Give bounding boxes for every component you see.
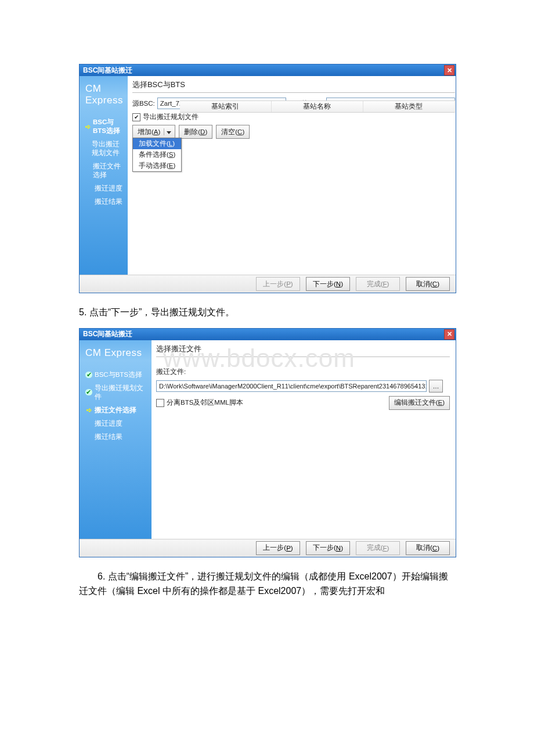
- migration-file-input[interactable]: D:\Work\Software\iManagerM2000Client_R11…: [156, 380, 427, 392]
- prev-button: 上一步(P): [256, 277, 300, 291]
- col-type: 基站类型: [363, 101, 455, 112]
- dialog-step1: BSC间基站搬迁 ✕ CM Express ➪ BSC与BTS选择 导出搬迁规划…: [79, 64, 456, 293]
- edit-button-label: 编辑搬迁文件(E): [394, 398, 445, 407]
- split-mml-label: 分离BTS及邻区MML脚本: [167, 398, 243, 407]
- cancel-button[interactable]: 取消(C): [406, 541, 450, 555]
- step-label: BSC与BTS选择: [95, 370, 142, 379]
- edit-migration-file-button[interactable]: 编辑搬迁文件(E): [389, 396, 450, 410]
- step-export-plan[interactable]: ✔ 导出搬迁规划文件: [80, 381, 151, 404]
- add-button[interactable]: 增加(A)增加(A): [132, 125, 175, 139]
- chevron-down-icon: [167, 131, 171, 134]
- step-bsc-bts-select[interactable]: ✔ BSC与BTS选择: [80, 368, 151, 381]
- step-progress[interactable]: 搬迁进度: [80, 182, 128, 195]
- step-progress[interactable]: 搬迁进度: [80, 417, 151, 430]
- step-label: 搬迁进度: [95, 419, 122, 428]
- step-label: 导出搬迁规划文件: [95, 384, 149, 401]
- add-split-arrow[interactable]: [164, 128, 174, 135]
- main-panel: www.bdocx.com 选择搬迁文件 搬迁文件: D:\Work\Softw…: [151, 340, 456, 539]
- menu-condition-select[interactable]: 条件选择(S): [133, 149, 181, 160]
- finish-button: 完成(F): [356, 541, 400, 555]
- titlebar[interactable]: BSC间基站搬迁 ✕: [80, 329, 456, 340]
- titlebar[interactable]: BSC间基站搬迁 ✕: [80, 64, 456, 76]
- prev-button[interactable]: 上一步(P): [256, 541, 300, 555]
- browse-button[interactable]: …: [429, 380, 443, 393]
- clear-button[interactable]: 清空(C): [216, 125, 250, 139]
- close-icon[interactable]: ✕: [444, 329, 454, 340]
- arrow-icon: ➪: [85, 123, 91, 131]
- path-label: 搬迁文件:: [156, 368, 186, 376]
- export-plan-checkbox[interactable]: ✔: [132, 113, 140, 121]
- step-result[interactable]: 搬迁结果: [80, 430, 151, 444]
- ellipsis-icon: …: [433, 383, 439, 390]
- step-file-select[interactable]: ➪ 搬迁文件选择: [80, 404, 151, 417]
- check-icon: ✔: [85, 389, 92, 395]
- menu-manual-select[interactable]: 手动选择(E): [133, 160, 181, 171]
- main-panel: 选择BSC与BTS 源BSC: Zart_720_GBSS_SourceBSC …: [128, 76, 461, 275]
- section-title: 选择搬迁文件: [156, 343, 450, 357]
- step-label: 搬迁结果: [95, 433, 122, 441]
- step-export-plan[interactable]: 导出搬迁规划文件: [80, 138, 128, 160]
- step-label: 导出搬迁规划文件: [92, 140, 125, 157]
- finish-button: 完成(F): [356, 277, 400, 291]
- menu-load-file[interactable]: 加载文件(L): [133, 138, 181, 149]
- step-label: 搬迁进度: [95, 184, 122, 193]
- wizard-footer: 上一步(P) 下一步(N) 完成(F) 取消(C): [80, 275, 456, 293]
- add-dropdown-menu: 加载文件(L) 条件选择(S) 手动选择(E): [132, 138, 182, 172]
- step-label: 搬迁文件选择: [93, 162, 125, 179]
- wizard-sidebar: CM Express ➪ BSC与BTS选择 导出搬迁规划文件 搬迁文件选择 搬…: [80, 76, 128, 275]
- step-label: BSC与BTS选择: [93, 118, 125, 135]
- clear-button-label: 清空(C): [221, 128, 244, 136]
- bts-table-header: 基站索引 基站名称 基站类型: [180, 100, 455, 113]
- add-button-label: 增加(A)增加(A): [138, 128, 160, 136]
- delete-button[interactable]: 删除(D): [179, 125, 212, 139]
- wizard-sidebar: CM Express ✔ BSC与BTS选择 ✔ 导出搬迁规划文件 ➪ 搬迁文件…: [80, 340, 151, 539]
- next-button[interactable]: 下一步(N): [306, 277, 350, 291]
- export-plan-label: 导出搬迁规划文件: [143, 113, 199, 121]
- step-label: 搬迁结果: [95, 197, 122, 206]
- brand-logo: CM Express: [80, 80, 128, 116]
- col-index: 基站索引: [180, 101, 272, 112]
- close-icon[interactable]: ✕: [444, 65, 454, 75]
- source-bsc-label: 源BSC:: [132, 99, 155, 108]
- wizard-footer: 上一步(P) 下一步(N) 完成(F) 取消(C): [80, 539, 456, 557]
- col-name: 基站名称: [272, 101, 363, 112]
- split-mml-checkbox[interactable]: [156, 399, 164, 407]
- delete-button-label: 删除(D): [184, 128, 207, 136]
- window-title: BSC间基站搬迁: [83, 329, 132, 339]
- check-icon: ✔: [85, 372, 92, 378]
- step-file-select[interactable]: 搬迁文件选择: [80, 160, 128, 182]
- step-result[interactable]: 搬迁结果: [80, 195, 128, 208]
- window-title: BSC间基站搬迁: [83, 66, 132, 75]
- dialog-step3: BSC间基站搬迁 ✕ CM Express ✔ BSC与BTS选择 ✔ 导出搬迁…: [79, 328, 456, 557]
- menu-label: 手动选择(E): [139, 162, 175, 169]
- step-bsc-bts-select[interactable]: ➪ BSC与BTS选择: [80, 116, 128, 138]
- cancel-button[interactable]: 取消(C): [406, 277, 450, 291]
- brand-logo: CM Express: [80, 344, 151, 368]
- step-label: 搬迁文件选择: [95, 406, 136, 415]
- menu-label: 加载文件(L): [139, 140, 175, 147]
- caption-5: 5. 点击“下一步”，导出搬迁规划文件。: [79, 305, 455, 320]
- arrow-icon: ➪: [85, 406, 92, 414]
- next-button[interactable]: 下一步(N): [306, 541, 350, 555]
- menu-label: 条件选择(S): [139, 151, 175, 158]
- section-title: 选择BSC与BTS: [132, 78, 455, 93]
- caption-6: 6. 点击“编辑搬迁文件”，进行搬迁规划文件的编辑（成都使用 Excel2007…: [79, 569, 455, 599]
- migration-file-value: D:\Work\Software\iManagerM2000Client_R11…: [159, 383, 427, 390]
